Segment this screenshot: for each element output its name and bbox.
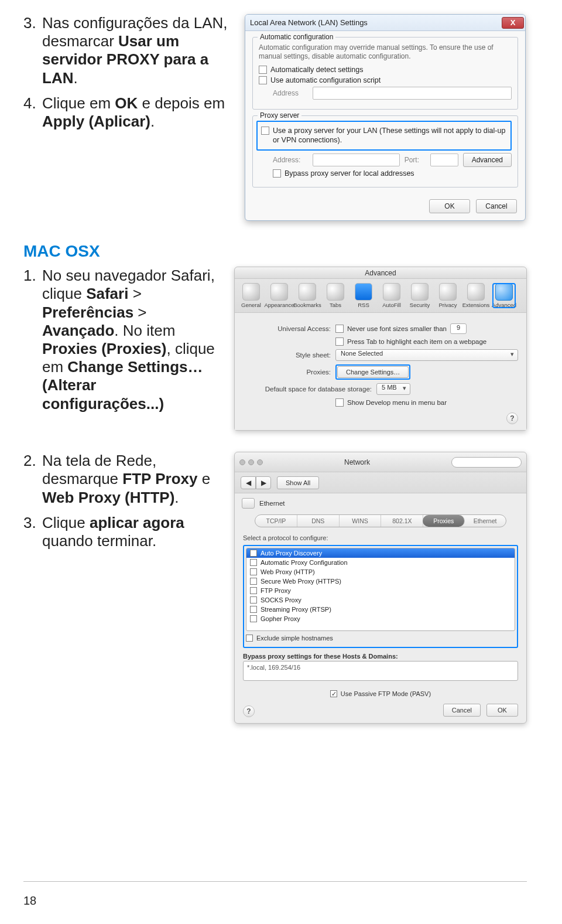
checkbox-icon (250, 596, 257, 604)
tab-proxies[interactable]: Proxies (423, 515, 465, 527)
detect-settings-row[interactable]: Automatically detect settings (259, 66, 512, 74)
advanced-button[interactable]: Advanced (463, 153, 512, 167)
back-forward[interactable]: ◀ ▶ (241, 476, 271, 489)
list-item[interactable]: Automatic Proxy Configuration (246, 558, 515, 567)
checkbox-label: Bypass proxy server for local addresses (285, 169, 414, 178)
dialog-button-row: OK Cancel (252, 193, 518, 213)
close-button[interactable]: X (502, 17, 524, 29)
auto-script-row[interactable]: Use automatic configuration script (259, 76, 512, 84)
tabs-icon (327, 283, 344, 301)
network-window: Network ◀ ▶ Show All Ethernet TCP/IP (234, 452, 527, 724)
checkbox-label: Automatically detect settings (270, 66, 363, 74)
step-body: Clique em OK e depois em Apply (Aplicar)… (42, 94, 228, 131)
field-label: Address (273, 89, 308, 97)
dialog-body: Automatic configuration Automatic config… (245, 31, 525, 220)
autofill-icon (383, 283, 400, 301)
toolbar-tabs[interactable]: Tabs (324, 283, 347, 308)
zoom-dot-icon (257, 459, 263, 465)
appearance-icon (270, 283, 288, 301)
list-item[interactable]: SOCKS Proxy (246, 595, 515, 605)
min-dot-icon (248, 459, 254, 465)
style-select[interactable]: None Selected (335, 349, 518, 361)
bypass-label: Bypass proxy settings for these Hosts & … (243, 653, 518, 660)
proxy-port-input[interactable] (430, 154, 458, 166)
iface-row: Ethernet (235, 493, 526, 509)
checkbox-label: Use automatic configuration script (270, 76, 381, 84)
tab-highlight-row[interactable]: Press Tab to highlight each item on a we… (243, 337, 518, 346)
change-settings-button[interactable]: Change Settings… (337, 366, 409, 378)
toolbar-security[interactable]: Security (408, 283, 431, 308)
toolbar-bookmarks[interactable]: Bookmarks (296, 283, 319, 308)
page-number: 18 (23, 894, 36, 908)
network-column: Network ◀ ▶ Show All Ethernet TCP/IP (234, 452, 527, 724)
gear-big-icon (495, 283, 513, 301)
list-item[interactable]: FTP Proxy (246, 586, 515, 595)
select-protocol-label: Select a protocol to configure: (243, 534, 518, 541)
toolbar-rss[interactable]: RSS (352, 283, 375, 308)
checkbox-icon (250, 559, 257, 566)
font-size-input[interactable]: 9 (450, 323, 467, 334)
group-proxy-server: Proxy server Use a proxy server for your… (252, 115, 518, 187)
list-item[interactable]: Streaming Proxy (RTSP) (246, 605, 515, 614)
iface-label: Ethernet (259, 500, 285, 507)
list-item[interactable]: Gopher Proxy (246, 614, 515, 623)
toolbar-advanced[interactable]: Advanced (492, 283, 516, 308)
proxy-address-input[interactable] (313, 154, 400, 166)
instruction-column: 3. Nas configurações da LAN, desmarcar U… (23, 14, 228, 221)
traffic-lights[interactable] (239, 459, 263, 465)
close-icon: X (510, 18, 516, 27)
develop-menu-row[interactable]: Show Develop menu in menu bar (243, 398, 518, 407)
privacy-icon (439, 283, 457, 301)
cancel-button[interactable]: Cancel (443, 704, 481, 717)
passive-ftp-row[interactable]: Use Passive FTP Mode (PASV) (243, 690, 518, 697)
cancel-button[interactable]: Cancel (476, 199, 517, 213)
step-num: 3. (23, 514, 37, 550)
instruction-column: 1. No seu navegador Safari, clique Safar… (23, 267, 218, 431)
help-icon[interactable]: ? (506, 412, 518, 424)
help-icon[interactable]: ? (243, 705, 255, 717)
checkbox-label: Use a proxy server for your LAN (These s… (273, 127, 507, 145)
checkbox-icon (259, 76, 267, 84)
window-title: Advanced (235, 267, 526, 279)
tab-tcpip[interactable]: TCP/IP (255, 515, 297, 527)
group-title: Automatic configuration (258, 33, 335, 41)
toolbar-privacy[interactable]: Privacy (436, 283, 460, 308)
tab-ethernet[interactable]: Ethernet (464, 515, 506, 527)
gear-icon (242, 283, 260, 301)
bypass-local-row[interactable]: Bypass proxy server for local addresses (273, 169, 512, 178)
port-label: Port: (405, 156, 426, 164)
safari-adv-column: Advanced General Appearance Bookmarks Ta… (234, 267, 527, 431)
back-button[interactable]: ◀ (241, 476, 256, 489)
use-proxy-row[interactable]: Use a proxy server for your LAN (These s… (261, 127, 507, 145)
list-item[interactable]: Secure Web Proxy (HTTPS) (246, 577, 515, 586)
tab-dns[interactable]: DNS (297, 515, 340, 527)
show-all-button[interactable]: Show All (277, 476, 319, 489)
exclude-row[interactable]: Exclude simple hostnames (246, 635, 515, 642)
list-item[interactable]: Auto Proxy Discovery (246, 548, 515, 558)
checkbox-icon (261, 127, 269, 135)
toolbar-autofill[interactable]: AutoFill (380, 283, 403, 308)
list-item[interactable]: Web Proxy (HTTP) (246, 567, 515, 577)
forward-button[interactable]: ▶ (256, 476, 271, 489)
search-input[interactable] (451, 457, 522, 468)
toolbar-appearance[interactable]: Appearance (268, 283, 291, 308)
ok-button[interactable]: OK (486, 704, 518, 717)
adv-body: Universal Access: Never use font sizes s… (235, 313, 526, 430)
ua-value[interactable]: Never use font sizes smaller than 9 (335, 323, 518, 334)
db-select[interactable]: 5 MB (376, 383, 410, 395)
group-title: Proxy server (258, 111, 301, 120)
tab-8021x[interactable]: 802.1X (381, 515, 423, 527)
checkbox-icon (250, 615, 257, 622)
mac-step-3: 3. Clique aplicar agora quando terminar. (23, 514, 218, 550)
lock-icon (411, 283, 429, 301)
ok-button[interactable]: OK (429, 199, 470, 213)
script-address-input[interactable] (313, 87, 512, 100)
toolbar-general[interactable]: General (239, 283, 263, 308)
toolbar-extensions[interactable]: Extensions (464, 283, 488, 308)
protocol-list[interactable]: Auto Proxy Discovery Automatic Proxy Con… (246, 548, 515, 631)
dialog-titlebar: Local Area Network (LAN) Settings X (245, 15, 525, 31)
footer-divider (23, 881, 527, 882)
toolbar: General Appearance Bookmarks Tabs RSS Au… (235, 279, 526, 313)
bypass-input[interactable]: *.local, 169.254/16 (243, 661, 518, 681)
tab-wins[interactable]: WINS (340, 515, 382, 527)
